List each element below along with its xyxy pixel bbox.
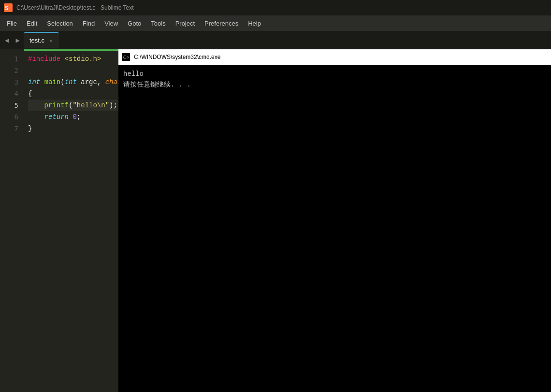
line-num-2: 2 — [0, 65, 18, 76]
menu-view[interactable]: View — [100, 18, 123, 29]
line-numbers: 1 2 3 4 5 6 7 — [0, 49, 24, 392]
line-num-6: 6 — [0, 111, 18, 123]
menu-tools[interactable]: Tools — [146, 18, 170, 29]
menu-preferences[interactable]: Preferences — [200, 18, 243, 29]
line-num-4: 4 — [0, 88, 18, 100]
window-title: C:\Users\UltraJi\Desktop\test.c - Sublim… — [16, 4, 134, 11]
tab-nav-left[interactable]: ◀ — [2, 34, 12, 46]
line-num-1: 1 — [0, 53, 18, 65]
line-num-5: 5 — [0, 100, 18, 111]
tab-nav-right[interactable]: ▶ — [13, 34, 22, 46]
cmd-titlebar: C> C:\WINDOWS\system32\cmd.exe — [118, 49, 551, 65]
line-num-7: 7 — [0, 123, 18, 134]
menu-project[interactable]: Project — [171, 18, 200, 29]
cmd-body[interactable]: hello 请按任意键继续. . . — [118, 65, 551, 392]
svg-text:S: S — [5, 5, 8, 12]
menu-edit[interactable]: Edit — [22, 18, 42, 29]
menu-file[interactable]: File — [2, 18, 22, 29]
menu-help[interactable]: Help — [243, 18, 266, 29]
code-editor[interactable]: #include <stdio.h> int main(int argc, ch… — [24, 49, 551, 392]
menu-bar: File Edit Selection Find View Goto Tools… — [0, 15, 551, 31]
tab-close-button[interactable]: × — [48, 37, 53, 44]
main-area: 1 2 3 4 5 6 7 #include <stdio.h> int mai… — [0, 49, 551, 392]
menu-find[interactable]: Find — [78, 18, 100, 29]
cmd-app-icon: C> — [122, 53, 130, 61]
title-bar: S C:\Users\UltraJi\Desktop\test.c - Subl… — [0, 0, 551, 15]
tab-test-c[interactable]: test.c × — [24, 32, 59, 48]
line-num-3: 3 — [0, 76, 18, 88]
cmd-output-line2: 请按任意键继续. . . — [123, 79, 546, 90]
cmd-title: C:\WINDOWS\system32\cmd.exe — [134, 54, 220, 60]
cmd-output-line1: hello — [123, 69, 546, 79]
sublime-text-icon: S — [4, 3, 13, 12]
svg-text:C>: C> — [123, 55, 130, 60]
tab-label: test.c — [29, 37, 44, 44]
menu-selection[interactable]: Selection — [42, 18, 77, 29]
menu-goto[interactable]: Goto — [123, 18, 146, 29]
cmd-window: C> C:\WINDOWS\system32\cmd.exe hello 请按任… — [118, 49, 551, 392]
tab-bar: ◀ ▶ test.c × — [0, 31, 551, 49]
